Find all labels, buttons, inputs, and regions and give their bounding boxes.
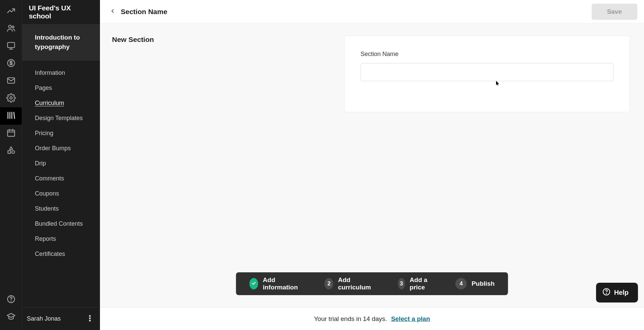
section-heading: New Section (112, 36, 154, 44)
svg-point-11 (89, 315, 90, 316)
rail-item-sales[interactable] (0, 55, 22, 72)
save-button[interactable]: Save (592, 4, 637, 20)
step-label: Add a price (410, 276, 431, 291)
chart-line-icon (6, 6, 16, 17)
help-circle-icon (6, 294, 16, 305)
main: Section Name Save New Section Section Na… (100, 0, 644, 330)
back-button[interactable] (107, 6, 119, 18)
rail-item-settings[interactable] (0, 90, 22, 107)
help-circle-icon (602, 287, 611, 298)
more-vertical-icon (86, 318, 94, 323)
sidebar-item-pages[interactable]: Pages (22, 80, 100, 96)
svg-point-0 (8, 25, 11, 28)
sidebar-item-bundled-contents[interactable]: Bundled Contents (22, 216, 100, 231)
help-button[interactable]: Help (596, 283, 638, 302)
calendar-icon (6, 128, 16, 139)
step-badge: 3 (398, 278, 405, 289)
sidebar-item-pricing[interactable]: Pricing (22, 126, 100, 141)
rail-item-email[interactable] (0, 72, 22, 90)
step-publish[interactable]: 4 Publish (455, 278, 495, 289)
sidebar-item-comments[interactable]: Comments (22, 171, 100, 186)
select-plan-link[interactable]: Select a plan (391, 315, 430, 323)
svg-rect-7 (8, 151, 10, 153)
rail-item-site[interactable] (0, 38, 22, 55)
sidebar-item-reports[interactable]: Reports (22, 231, 100, 246)
topbar: Section Name Save (100, 0, 644, 23)
sidebar-item-students[interactable]: Students (22, 201, 100, 216)
users-icon (6, 23, 16, 34)
step-add-curriculum[interactable]: 2 Add curriculum (325, 276, 374, 291)
section-name-label: Section Name (361, 51, 613, 58)
svg-point-13 (89, 320, 90, 321)
mail-icon (6, 76, 16, 87)
step-badge: 4 (455, 278, 467, 289)
step-label: Publish (472, 280, 495, 287)
sidebar-item-drip[interactable]: Drip (22, 156, 100, 171)
step-label: Add curriculum (338, 276, 374, 291)
sidebar-item-coupons[interactable]: Coupons (22, 186, 100, 201)
gear-icon (6, 93, 16, 104)
sidebar-footer: Sarah Jonas (22, 307, 100, 330)
trial-bar: Your trial ends in 14 days. Select a pla… (100, 307, 644, 330)
svg-point-8 (12, 151, 14, 153)
step-badge-done (250, 278, 258, 289)
chevron-left-icon (109, 8, 116, 16)
more-button[interactable] (86, 314, 94, 324)
rail-item-courses[interactable] (0, 107, 22, 125)
step-add-information[interactable]: Add information (250, 276, 301, 291)
svg-rect-2 (7, 43, 14, 48)
sidebar-nav: Information Pages Curriculum Design Temp… (22, 61, 100, 262)
rail-item-users[interactable] (0, 20, 22, 38)
rail-item-academy[interactable] (0, 309, 22, 326)
user-name[interactable]: Sarah Jonas (27, 315, 61, 322)
dollar-circle-icon (6, 58, 16, 69)
sidebar: UI Feed's UX school Introduction to typo… (22, 0, 100, 330)
library-icon (6, 111, 16, 121)
step-add-price[interactable]: 3 Add a price (398, 276, 431, 291)
shapes-icon (6, 146, 16, 156)
rail-item-components[interactable] (0, 142, 22, 160)
check-icon (251, 280, 257, 288)
sidebar-item-certificates[interactable]: Certificates (22, 246, 100, 262)
rail-item-help[interactable] (0, 291, 22, 309)
sidebar-item-information[interactable]: Information (22, 65, 100, 80)
graduation-cap-icon (6, 312, 16, 323)
icon-rail (0, 0, 22, 330)
trial-message: Your trial ends in 14 days. (314, 315, 387, 323)
svg-point-15 (606, 293, 606, 294)
svg-point-12 (89, 318, 90, 319)
svg-point-10 (11, 301, 11, 301)
help-label: Help (614, 289, 629, 296)
step-badge: 2 (325, 278, 333, 289)
course-title[interactable]: Introduction to typography (22, 24, 100, 61)
sidebar-item-curriculum[interactable]: Curriculum (22, 96, 100, 111)
school-name[interactable]: UI Feed's UX school (22, 0, 100, 24)
section-card: Section Name (344, 36, 630, 112)
svg-rect-6 (7, 130, 14, 136)
rail-item-calendar[interactable] (0, 125, 22, 142)
monitor-icon (6, 41, 16, 52)
step-label: Add information (263, 276, 301, 291)
svg-point-1 (12, 26, 14, 28)
section-name-input[interactable] (361, 63, 613, 81)
progress-steps: Add information 2 Add curriculum 3 Add a… (236, 272, 508, 295)
sidebar-item-order-bumps[interactable]: Order Bumps (22, 141, 100, 156)
sidebar-item-design-templates[interactable]: Design Templates (22, 111, 100, 126)
page-title: Section Name (121, 8, 167, 16)
svg-point-5 (10, 97, 12, 99)
rail-item-analytics[interactable] (0, 3, 22, 20)
